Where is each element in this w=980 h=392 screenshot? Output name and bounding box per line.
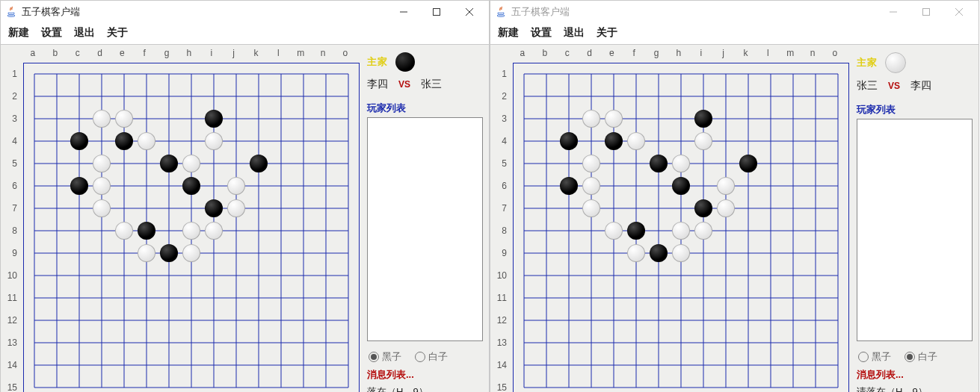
java-icon — [495, 6, 507, 18]
svg-point-36 — [497, 15, 505, 17]
radio-black[interactable]: 黑子 — [858, 350, 891, 364]
row-label: 15 — [5, 376, 20, 392]
radio-button-icon — [905, 352, 915, 362]
menu-item[interactable]: 退出 — [73, 25, 96, 40]
title-bar[interactable]: 五子棋客户端 — [490, 1, 979, 23]
side-panel: 主家 李四 VS 张三 玩家列表 黑子 白子 消息列表... 落在（H，9） — [367, 49, 483, 392]
minimize-button[interactable] — [387, 1, 420, 23]
stone-white — [93, 177, 111, 195]
stone-white — [182, 155, 200, 172]
svg-rect-2 — [434, 9, 440, 16]
stone-black — [138, 222, 155, 240]
col-label: i — [200, 48, 223, 58]
gomoku-board[interactable] — [513, 63, 849, 392]
stone-white — [582, 110, 600, 128]
row-label: 5 — [495, 152, 510, 175]
menu-item[interactable]: 关于 — [595, 25, 619, 40]
radio-white[interactable]: 白子 — [905, 350, 937, 364]
menu-item[interactable]: 退出 — [562, 25, 586, 40]
stone-black — [560, 177, 578, 195]
col-label: n — [312, 48, 334, 58]
radio-black[interactable]: 黑子 — [369, 350, 401, 364]
close-button[interactable] — [943, 1, 976, 23]
col-label: e — [111, 48, 133, 58]
stone-white — [717, 199, 735, 217]
menu-item[interactable]: 设置 — [529, 25, 553, 40]
col-label: f — [623, 48, 645, 58]
menu-item[interactable]: 设置 — [40, 25, 64, 40]
minimize-button[interactable] — [877, 1, 910, 23]
player-one: 李四 — [367, 78, 388, 91]
row-label: 3 — [495, 108, 510, 130]
col-label: b — [44, 48, 67, 58]
col-label: l — [756, 48, 779, 58]
window-controls — [387, 1, 486, 23]
row-label: 10 — [5, 264, 20, 287]
maximize-button[interactable] — [420, 1, 453, 23]
turn-stone-white — [885, 52, 906, 73]
menu-item[interactable]: 新建 — [496, 25, 520, 40]
row-label: 14 — [495, 354, 510, 376]
close-button[interactable] — [453, 1, 486, 23]
row-label: 6 — [5, 175, 20, 197]
turn-indicator: 主家 — [857, 52, 973, 73]
stone-black — [70, 177, 88, 195]
col-label: j — [712, 48, 735, 58]
player-two: 李四 — [910, 79, 931, 93]
row-label: 4 — [5, 130, 20, 152]
game-window-left: 五子棋客户端 新建设置退出关于abcdefghijklmno1234567891… — [0, 0, 490, 392]
row-label: 3 — [5, 108, 20, 130]
col-label: b — [534, 48, 556, 58]
stone-white — [582, 155, 600, 172]
stone-white — [182, 244, 200, 262]
menu-item[interactable]: 新建 — [7, 25, 31, 40]
row-label: 2 — [495, 85, 510, 108]
radio-button-icon — [415, 352, 425, 362]
stone-white — [672, 244, 690, 262]
color-radio-group: 黑子 白子 — [858, 350, 973, 364]
gomoku-board[interactable] — [23, 63, 360, 392]
col-label: g — [645, 48, 668, 58]
stone-white — [205, 132, 223, 150]
title-bar[interactable]: 五子棋客户端 — [1, 1, 489, 23]
radio-button-icon — [369, 352, 379, 362]
turn-label: 主家 — [367, 55, 388, 69]
row-label: 6 — [495, 175, 510, 197]
stone-white — [605, 110, 623, 128]
stone-white — [694, 222, 712, 240]
row-label: 14 — [5, 354, 20, 376]
status-line: 落在（H，9） — [367, 385, 483, 392]
col-label: a — [511, 48, 534, 58]
row-label: 5 — [5, 152, 20, 175]
player-one: 张三 — [857, 79, 878, 93]
stone-white — [627, 132, 645, 150]
stone-white — [115, 222, 133, 240]
players-row: 李四 VS 张三 — [367, 78, 483, 91]
radio-black-label: 黑子 — [872, 350, 891, 364]
col-label: h — [668, 48, 690, 58]
content-area: abcdefghijklmno123456789101112131415 主家 … — [490, 45, 979, 392]
maximize-button[interactable] — [910, 1, 943, 23]
stone-black — [627, 222, 645, 240]
stone-white — [717, 177, 735, 195]
menu-bar: 新建设置退出关于 — [1, 23, 489, 45]
row-label: 4 — [495, 130, 510, 152]
status-line: 请落在（H，9） — [857, 385, 973, 392]
menu-item[interactable]: 关于 — [105, 25, 129, 40]
row-label: 2 — [5, 85, 20, 108]
stone-black — [739, 155, 757, 172]
player-list[interactable] — [857, 119, 973, 341]
stone-black — [160, 244, 178, 262]
radio-white[interactable]: 白子 — [415, 350, 448, 364]
col-label: d — [579, 48, 601, 58]
row-label: 13 — [5, 332, 20, 354]
stone-white — [115, 110, 133, 128]
row-label: 9 — [495, 242, 510, 264]
stone-white — [205, 222, 223, 240]
stone-white — [182, 222, 200, 240]
col-label: m — [779, 48, 801, 58]
row-label: 1 — [495, 63, 510, 85]
player-list[interactable] — [367, 117, 483, 341]
row-labels: 123456789101112131415 — [495, 63, 510, 392]
row-label: 7 — [495, 197, 510, 220]
